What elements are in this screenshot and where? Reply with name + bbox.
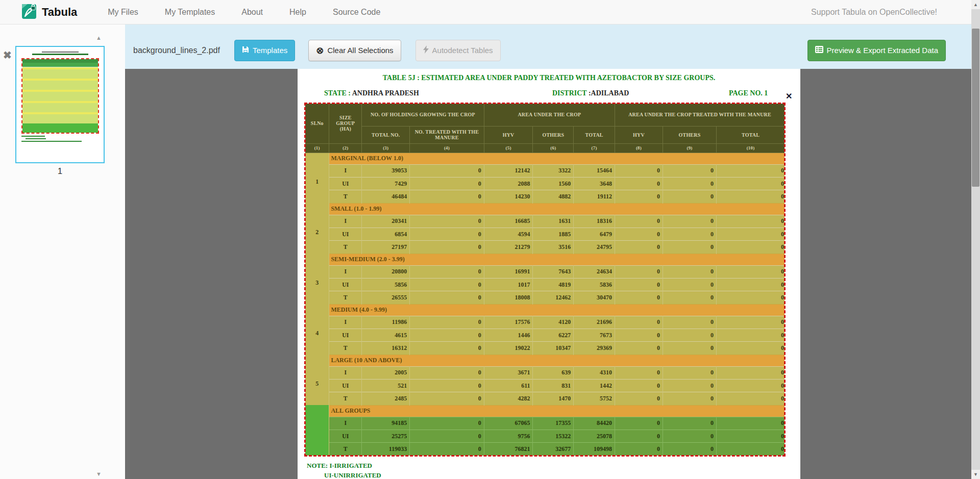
x-icon: ✖	[3, 49, 12, 61]
selection-region: SI.NoSIZE GROUP (HA)NO. OF HOLDINGS GROW…	[305, 104, 785, 456]
thumbnail-close-button[interactable]: ✖	[3, 49, 12, 61]
district-label: DISTRICT	[552, 89, 586, 97]
nav-item-about[interactable]: About	[241, 8, 263, 17]
thumbnail-note-lines	[21, 136, 104, 142]
pdf-page[interactable]: TABLE 5J : ESTIMATED AREA UNDER PADDY TR…	[298, 69, 800, 479]
clear-selections-button[interactable]: ⊗ Clear All Selections	[308, 40, 401, 61]
note-line-1: NOTE: I-IRRIGATED	[307, 461, 381, 470]
sidebar: ▲ ✖ 1 ▼	[0, 24, 125, 479]
selection-border[interactable]	[304, 103, 786, 457]
scrollbar-down-icon[interactable]: ▼	[971, 470, 980, 479]
page-no-label: PAGE NO. 1	[729, 89, 768, 97]
brand-title: Tabula	[42, 6, 77, 19]
lightning-icon	[423, 45, 429, 55]
nav-item-help[interactable]: Help	[289, 8, 306, 17]
nav-item-my-files[interactable]: My Files	[108, 8, 138, 17]
document-title: TABLE 5J : ESTIMATED AREA UNDER PADDY TR…	[298, 74, 800, 82]
note-line-2: UI-UNIRRIGATED	[324, 470, 381, 479]
page-thumbnail[interactable]	[15, 46, 105, 163]
table-list-icon	[815, 46, 823, 55]
os-scrollbar[interactable]: ▲ ▼	[971, 0, 980, 479]
scrollbar-up-icon[interactable]: ▲	[971, 0, 980, 9]
filename-label: background_lines_2.pdf	[133, 46, 220, 55]
app-window: Tabula My Files My Templates About Help …	[0, 0, 980, 479]
toolbar: background_lines_2.pdf Templates ⊗ Clear…	[125, 24, 980, 69]
nav-menu: My Files My Templates About Help Source …	[108, 8, 380, 17]
thumbnail-title-line	[42, 52, 79, 53]
circle-x-icon: ⊗	[316, 46, 324, 55]
tabula-pdf-lock-logo-icon	[20, 3, 38, 22]
state-value: ANDHRA PRADESH	[352, 89, 419, 97]
thumbnail-selection-overlay	[21, 58, 99, 134]
sidebar-scroll-up-icon[interactable]: ▲	[96, 35, 102, 41]
selection-close-button[interactable]: ✕	[786, 91, 792, 101]
nav-item-my-templates[interactable]: My Templates	[165, 8, 215, 17]
x-icon: ✕	[786, 92, 792, 100]
state-label: STATE :	[324, 89, 351, 97]
save-file-icon	[242, 46, 249, 55]
preview-export-button[interactable]: Preview & Export Extracted Data	[807, 40, 946, 61]
brand[interactable]: Tabula	[20, 3, 77, 22]
sidebar-scroll-down-icon[interactable]: ▼	[96, 471, 102, 477]
document-notes: NOTE: I-IRRIGATED UI-UNIRRIGATED	[307, 461, 381, 479]
autodetect-tables-button[interactable]: Autodetect Tables	[415, 40, 501, 61]
support-link[interactable]: Support Tabula on OpenCollective!	[811, 8, 937, 17]
district-value: :ADILABAD	[589, 89, 629, 97]
templates-button[interactable]: Templates	[234, 40, 295, 61]
pdf-viewport: TABLE 5J : ESTIMATED AREA UNDER PADDY TR…	[125, 69, 980, 479]
scrollbar-thumb[interactable]	[972, 29, 979, 187]
thumbnail-subtitle-line	[32, 54, 88, 55]
navbar: Tabula My Files My Templates About Help …	[0, 0, 980, 24]
page-number-label: 1	[15, 166, 105, 177]
nav-item-source-code[interactable]: Source Code	[333, 8, 380, 17]
